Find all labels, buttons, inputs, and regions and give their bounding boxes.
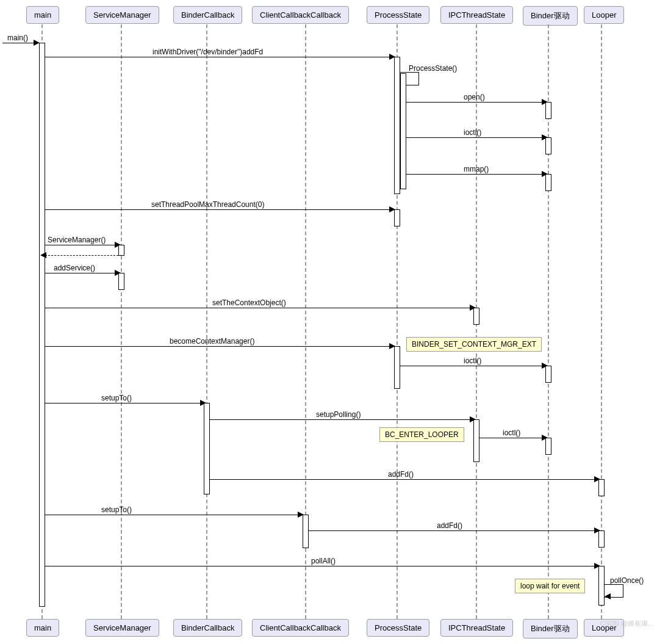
arrow-ioctl-3 xyxy=(479,438,544,438)
msg-init-with-driver: initWithDriver("/dev/binder")addFd xyxy=(153,48,263,56)
activation-client-callback-1 xyxy=(303,515,309,548)
activation-binder-driver-5 xyxy=(545,438,551,455)
arrow-open xyxy=(406,102,544,103)
arrow-mmap xyxy=(406,174,544,175)
msg-setup-polling: setupPolling() xyxy=(316,410,361,419)
participant-process-state-bottom: ProcessState xyxy=(367,619,429,637)
arrow-setup-to-2 xyxy=(45,515,300,515)
activation-ipc-1 xyxy=(473,308,479,325)
activation-process-state-3 xyxy=(394,209,400,226)
participant-looper-top: Looper xyxy=(584,6,624,24)
participant-binder-callback-bottom: BinderCallback xyxy=(173,619,242,637)
msg-set-context-object: setTheContextObject() xyxy=(212,298,286,307)
activation-process-state-1 xyxy=(394,57,400,194)
arrow-add-fd-1 xyxy=(210,479,597,480)
arrow-head-poll-once xyxy=(605,593,611,599)
arrow-set-thread-pool xyxy=(45,209,392,210)
arrow-become-context-manager xyxy=(45,346,392,347)
msg-process-state-ctor: ProcessState() xyxy=(409,64,457,73)
arrow-service-manager xyxy=(45,245,117,245)
activation-process-state-2 xyxy=(400,73,406,189)
activation-looper-1 xyxy=(598,479,605,496)
note-bc-enter-looper: BC_ENTER_LOOPER xyxy=(379,427,464,442)
msg-add-fd-1: addFd() xyxy=(388,470,414,479)
arrow-setup-polling xyxy=(210,419,472,420)
lifeline-binder-callback xyxy=(206,24,207,619)
arrow-ioctl-2 xyxy=(400,366,544,366)
msg-add-fd-2: addFd() xyxy=(437,521,462,530)
activation-binder-driver-2 xyxy=(545,137,551,154)
msg-ioctl-1: ioctl() xyxy=(464,128,481,137)
activation-process-state-4 xyxy=(394,346,400,389)
activation-main xyxy=(39,43,45,607)
lifeline-looper xyxy=(601,24,602,619)
participant-client-callback-top: ClientCallbackCallback xyxy=(252,6,349,24)
msg-setup-to-1: setupTo() xyxy=(101,394,132,402)
arrow-poll-all xyxy=(45,566,597,566)
msg-mmap: mmap() xyxy=(464,165,489,173)
activation-looper-3 xyxy=(598,566,605,606)
participant-main-top: main xyxy=(26,6,59,24)
activation-binder-driver-4 xyxy=(545,366,551,383)
activation-binder-driver-1 xyxy=(545,102,551,119)
activation-service-manager-1 xyxy=(118,245,124,256)
arrow-head-service-manager-return xyxy=(40,252,46,258)
arrow-main xyxy=(2,43,37,43)
arrow-add-fd-2 xyxy=(309,530,597,531)
msg-setup-to-2: setupTo() xyxy=(101,505,132,514)
msg-ioctl-3: ioctl() xyxy=(503,429,520,437)
msg-ioctl-2: ioctl() xyxy=(464,356,481,365)
activation-looper-2 xyxy=(598,530,605,548)
msg-poll-once: pollOnce() xyxy=(610,576,644,585)
participant-ipc-thread-state-bottom: IPCThreadState xyxy=(440,619,513,637)
note-binder-set-context-mgr: BINDER_SET_CONTEXT_MGR_EXT xyxy=(406,337,542,352)
participant-client-callback-bottom: ClientCallbackCallback xyxy=(252,619,349,637)
msg-become-context-manager: becomeContextManager() xyxy=(170,337,254,346)
participant-binder-driver-top: Binder驱动 xyxy=(523,6,578,26)
msg-main: main() xyxy=(7,34,28,42)
participant-binder-callback-top: BinderCallback xyxy=(173,6,242,24)
arrow-ioctl-1 xyxy=(406,137,544,138)
participant-service-manager-top: ServiceManager xyxy=(85,6,159,24)
msg-poll-all: pollAll() xyxy=(311,557,336,565)
arrow-add-service xyxy=(45,273,117,273)
participant-process-state-top: ProcessState xyxy=(367,6,429,24)
participant-looper-bottom: Looper xyxy=(584,619,624,637)
arrow-service-manager-return xyxy=(45,255,118,256)
lifeline-service-manager xyxy=(121,24,122,619)
participant-main-bottom: main xyxy=(26,619,59,637)
participant-service-manager-bottom: ServiceManager xyxy=(85,619,159,637)
activation-ipc-2 xyxy=(473,419,479,462)
activation-binder-callback-1 xyxy=(204,403,210,494)
sequence-diagram: main ServiceManager BinderCallback Clien… xyxy=(0,0,657,644)
participant-ipc-thread-state-top: IPCThreadState xyxy=(440,6,513,24)
activation-binder-driver-3 xyxy=(545,174,551,191)
msg-open: open() xyxy=(464,93,485,101)
arrow-setup-to-1 xyxy=(45,403,203,403)
arrow-init-with-driver xyxy=(45,57,392,57)
msg-add-service: addService() xyxy=(54,264,95,272)
arrow-set-context-object xyxy=(45,308,472,308)
note-loop-wait: loop wait for event xyxy=(515,579,585,593)
msg-service-manager: ServiceManager() xyxy=(48,236,106,244)
activation-service-manager-2 xyxy=(118,273,124,290)
msg-set-thread-pool: setThreadPoolMaxThreadCount(0) xyxy=(151,200,264,209)
participant-binder-driver-bottom: Binder驱动 xyxy=(523,619,578,639)
